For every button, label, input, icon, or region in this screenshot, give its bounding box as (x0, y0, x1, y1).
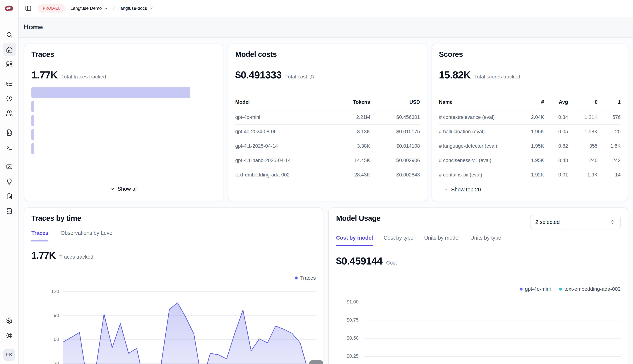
table-header-row: Name#Avg01 (439, 99, 621, 110)
playground-terminal-icon (6, 144, 13, 151)
bar (32, 129, 34, 140)
top-bar: PROD-EU Langfuse Demo / langfuse-docs (19, 0, 633, 17)
main-content: Traces 1.77K Total traces tracked Show a… (19, 38, 633, 364)
row-value: 0.82 (544, 143, 568, 149)
model-costs-total-metric: $0.491333 (235, 69, 282, 81)
scores-card: Scores 15.82K Total scores tracked Name#… (431, 44, 628, 201)
y-axis-tick-label: 90 (32, 312, 59, 318)
legend-item: text-embedding-ada-002 (559, 286, 621, 292)
column-header: Avg (544, 99, 568, 105)
column-header: Name (439, 99, 516, 105)
users-icon (6, 110, 13, 117)
sidebar-item-tracing[interactable] (3, 77, 16, 90)
trace-bar-row[interactable] (32, 101, 216, 112)
row-label: gpt-4.1-nano-2025-04-14 (235, 158, 328, 163)
trace-bar-row[interactable] (32, 129, 216, 140)
row-label: gpt-4o-2024-08-06 (235, 129, 328, 134)
tab-traces[interactable]: Traces (32, 230, 48, 242)
row-value: $0.014108 (370, 143, 420, 149)
tab-cost-by-type[interactable]: Cost by type (384, 235, 413, 246)
sidebar-item-settings-gear[interactable] (3, 314, 16, 327)
row-value: 3.13K (328, 129, 370, 134)
sidebar-item-scores-percent[interactable] (3, 160, 16, 173)
sessions-clock-icon (6, 95, 13, 102)
row-label: # contextrelevance (eval) (439, 114, 516, 120)
column-header: Tokens (328, 99, 370, 105)
traces-tracked-label: Traces tracked (59, 254, 93, 260)
model-costs-card: Model costs $0.491333 Total cost ModelTo… (228, 44, 427, 201)
sidebar-item-prompts-file-code[interactable] (3, 126, 16, 139)
traces-bar-list (32, 87, 216, 157)
sidebar-item-evaluation-lightbulb[interactable] (3, 175, 16, 188)
table-row: gpt-4o-2024-08-063.13K$0.015175 (235, 124, 420, 139)
row-value: 25 (597, 129, 621, 134)
table-header-row: ModelTokensUSD (235, 99, 420, 110)
y-axis-tick-label: $0.75 (334, 317, 359, 323)
legend-item: gpt-4o-mini (520, 286, 551, 292)
horizontal-scrollbar-thumb[interactable] (309, 360, 323, 364)
row-value: 2.21M (328, 114, 370, 120)
show-all-button[interactable]: Show all (24, 186, 223, 192)
row-value: 242 (597, 158, 621, 163)
avatar[interactable]: FK (3, 349, 15, 361)
tab-cost-by-model[interactable]: Cost by model (336, 235, 373, 246)
tab-units-by-type[interactable]: Units by type (470, 235, 501, 246)
sidebar-item-playground-terminal[interactable] (3, 141, 16, 154)
traces-card: Traces 1.77K Total traces tracked Show a… (24, 44, 223, 201)
model-usage-tabs: Cost by modelCost by typeUnits by modelU… (336, 235, 621, 246)
cost-metric-label: Cost (386, 260, 397, 266)
row-value: 14.45K (328, 158, 370, 163)
breadcrumb-organization[interactable]: Langfuse Demo (70, 6, 108, 11)
chevron-down-icon (443, 187, 448, 192)
row-value: 1.95K (516, 143, 544, 149)
table-row: gpt-4o-mini2.21M$0.456301 (235, 110, 420, 124)
sidebar-item-search[interactable] (3, 28, 16, 41)
tab-units-by-model[interactable]: Units by model (424, 235, 460, 246)
show-all-label: Show all (118, 186, 138, 192)
info-icon[interactable] (309, 75, 314, 80)
card-title: Model Usage (336, 214, 380, 222)
sidebar-item-sessions-clock[interactable] (3, 92, 16, 105)
model-selector[interactable]: 2 selected (530, 215, 621, 229)
sidebar-item-users[interactable] (3, 106, 16, 120)
row-value: $0.015175 (370, 129, 420, 134)
sidebar: FK (0, 0, 19, 364)
sidebar-item-annotation-clipboard[interactable] (3, 190, 16, 203)
table-row: # language-detector (eval)1.95K0.823551.… (439, 139, 621, 154)
page-header: Home (19, 17, 633, 38)
settings-gear-icon (6, 317, 13, 324)
trace-bar-row[interactable] (32, 115, 216, 126)
row-value: 0.05 (544, 129, 568, 134)
langfuse-logo[interactable] (5, 4, 14, 13)
legend-dot-icon (295, 276, 298, 280)
legend-label: gpt-4o-mini (525, 286, 551, 292)
home-icon (6, 46, 13, 53)
sidebar-item-datasets-database[interactable] (3, 204, 16, 218)
y-axis-tick-label: $0.50 (334, 335, 359, 341)
y-axis-tick-label: 120 (32, 288, 59, 294)
traces-by-time-card: Traces by time TracesObservations by Lev… (24, 208, 323, 364)
sidebar-item-home[interactable] (3, 43, 16, 56)
trace-bar-row[interactable] (32, 143, 216, 154)
column-header: 0 (568, 99, 597, 105)
model-costs-table: ModelTokensUSDgpt-4o-mini2.21M$0.456301g… (235, 99, 420, 182)
prompts-file-code-icon (6, 129, 13, 136)
trace-bar-row[interactable] (32, 87, 216, 98)
show-top-20-button[interactable]: Show top 20 (443, 186, 481, 193)
datasets-database-icon (6, 208, 13, 214)
tab-observations-by-level[interactable]: Observations by Level (61, 230, 114, 242)
sidebar-item-support-lifebuoy[interactable] (3, 329, 16, 342)
sidebar-toggle-icon[interactable] (25, 4, 32, 12)
traces-by-time-tabs: TracesObservations by Level (32, 230, 316, 241)
traces-tracked-metric: 1.77K (32, 250, 56, 261)
table-row: # conciseness-v1 (eval)1.95K0.48240242 (439, 154, 621, 168)
breadcrumb-project[interactable]: langfuse-docs (120, 6, 154, 11)
legend-label: text-embedding-ada-002 (564, 286, 621, 292)
chevron-down-icon (104, 6, 108, 10)
evaluation-lightbulb-icon (6, 178, 13, 185)
breadcrumb-separator: / (113, 5, 115, 11)
row-value: 1.6K (597, 143, 621, 149)
column-header: 1 (597, 99, 621, 105)
legend-item: Traces (295, 275, 316, 281)
sidebar-item-dashboards[interactable] (3, 58, 16, 71)
